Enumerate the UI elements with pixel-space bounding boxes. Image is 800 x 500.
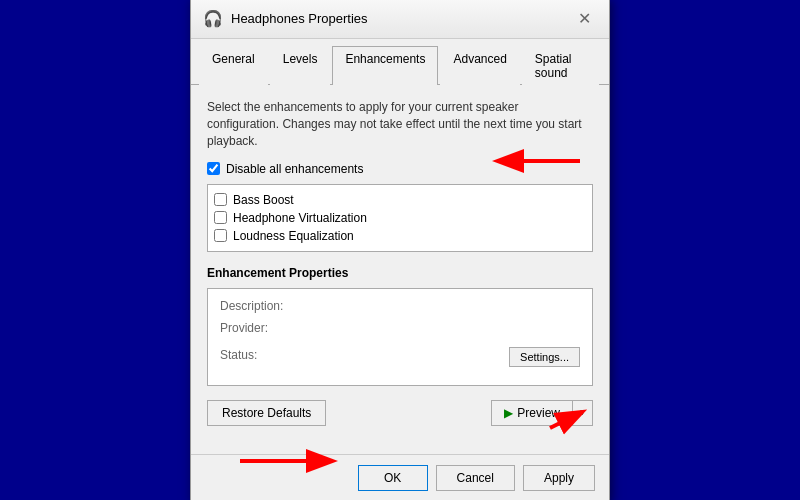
preview-group: ▶ Preview ▼: [491, 400, 593, 426]
preview-button[interactable]: ▶ Preview: [491, 400, 573, 426]
preview-play-icon: ▶: [504, 406, 513, 420]
tab-enhancements[interactable]: Enhancements: [332, 46, 438, 85]
list-item: Headphone Virtualization: [214, 209, 586, 227]
description-text: Select the enhancements to apply for you…: [207, 99, 593, 149]
disable-enhancements-row: Disable all enhancements: [207, 162, 593, 176]
close-button[interactable]: ✕: [572, 7, 597, 30]
tab-general[interactable]: General: [199, 46, 268, 85]
properties-section-title: Enhancement Properties: [207, 266, 593, 280]
apply-button[interactable]: Apply: [523, 465, 595, 491]
cancel-button[interactable]: Cancel: [436, 465, 515, 491]
provider-row: Provider:: [220, 321, 580, 335]
preview-dropdown-button[interactable]: ▼: [573, 400, 593, 426]
status-row: Status: Settings...: [220, 343, 580, 367]
tabs-bar: General Levels Enhancements Advanced Spa…: [191, 39, 609, 85]
properties-section: Description: Provider: Status: Settings.…: [207, 288, 593, 386]
preview-label: Preview: [517, 406, 560, 420]
provider-label: Provider:: [220, 321, 300, 335]
tab-spatial-sound[interactable]: Spatial sound: [522, 46, 599, 85]
enhancement-list: Bass Boost Headphone Virtualization Loud…: [207, 184, 593, 252]
list-item: Loudness Equalization: [214, 227, 586, 245]
headphone-virtualization-checkbox[interactable]: [214, 211, 227, 224]
headphones-icon: 🎧: [203, 9, 223, 28]
settings-button[interactable]: Settings...: [509, 347, 580, 367]
title-bar: 🎧 Headphones Properties ✕: [191, 0, 609, 39]
restore-defaults-button[interactable]: Restore Defaults: [207, 400, 326, 426]
ok-button[interactable]: OK: [358, 465, 428, 491]
description-row: Description:: [220, 299, 580, 313]
tab-advanced[interactable]: Advanced: [440, 46, 519, 85]
loudness-equalization-checkbox[interactable]: [214, 229, 227, 242]
list-item: Bass Boost: [214, 191, 586, 209]
disable-all-checkbox[interactable]: [207, 162, 220, 175]
bottom-buttons-row: Restore Defaults ▶ Preview ▼: [207, 400, 593, 426]
description-label: Description:: [220, 299, 300, 313]
dialog-footer: OK Cancel Apply: [191, 454, 609, 500]
loudness-equalization-label: Loudness Equalization: [233, 229, 354, 243]
bass-boost-label: Bass Boost: [233, 193, 294, 207]
bass-boost-checkbox[interactable]: [214, 193, 227, 206]
headphone-virtualization-label: Headphone Virtualization: [233, 211, 367, 225]
disable-all-label: Disable all enhancements: [226, 162, 363, 176]
tab-content: Select the enhancements to apply for you…: [191, 85, 609, 453]
headphones-properties-dialog: 🎧 Headphones Properties ✕ General Levels…: [190, 0, 610, 500]
dialog-title: Headphones Properties: [231, 11, 368, 26]
tab-levels[interactable]: Levels: [270, 46, 331, 85]
status-label: Status:: [220, 348, 300, 362]
